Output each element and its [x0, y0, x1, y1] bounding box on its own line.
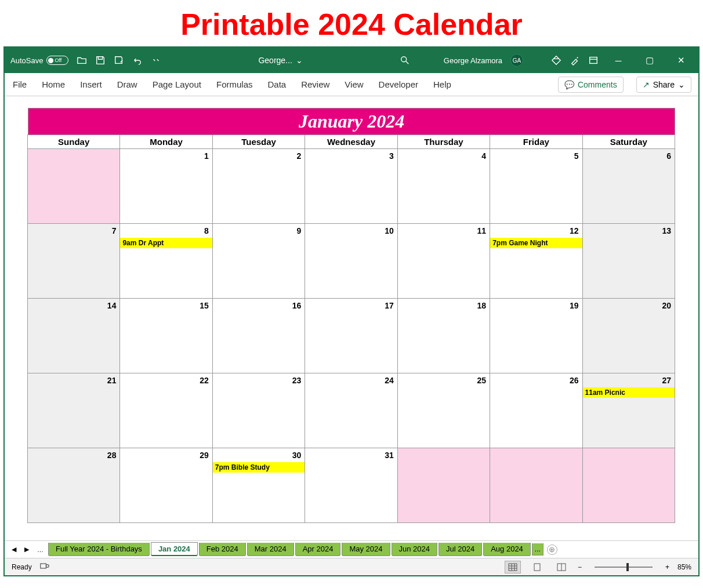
close-button[interactable]: ✕ [669, 55, 693, 66]
ribbon-tab-formulas[interactable]: Formulas [215, 76, 254, 93]
open-icon[interactable] [77, 55, 87, 66]
calendar-day[interactable] [490, 448, 582, 523]
calendar-day[interactable]: 26 [490, 373, 582, 448]
autosave-toggle[interactable]: AutoSave Off [10, 56, 68, 65]
calendar-day[interactable]: 307pm Bible Study [212, 448, 305, 523]
sheet-tab[interactable]: Full Year 2024 - Birthdays [48, 543, 150, 556]
calendar-event[interactable]: 7pm Bible Study [213, 462, 305, 473]
calendar-event[interactable]: 7pm Game Night [490, 238, 582, 248]
comments-button[interactable]: 💬 Comments [558, 77, 624, 93]
view-pagelayout[interactable] [529, 561, 545, 574]
sheet-tab[interactable]: Feb 2024 [199, 543, 246, 556]
ribbon-tab-developer[interactable]: Developer [378, 76, 419, 93]
calendar-day[interactable]: 31 [305, 448, 397, 523]
zoom-slider[interactable] [595, 567, 653, 568]
calendar-day[interactable]: 6 [582, 148, 675, 224]
calendar-event[interactable]: 11am Picnic [583, 387, 675, 398]
calendar-day[interactable] [397, 448, 490, 523]
ribbon-tab-draw[interactable]: Draw [116, 76, 139, 93]
calendar-day[interactable]: 17 [305, 298, 397, 373]
ribbon-tab-help[interactable]: Help [432, 76, 452, 93]
comments-label: Comments [578, 80, 617, 89]
calendar-day[interactable]: 18 [397, 298, 490, 373]
calendar-day[interactable]: 16 [212, 298, 305, 373]
add-sheet-button[interactable]: ⊕ [547, 545, 557, 555]
window-mode-icon[interactable] [588, 55, 599, 66]
tab-nav-ellipsis[interactable]: … [34, 546, 47, 553]
autosave-state: Off [55, 57, 61, 63]
day-number: 17 [385, 301, 394, 310]
calendar-day[interactable]: 10 [305, 223, 397, 299]
calendar-day[interactable]: 28 [27, 448, 120, 523]
calendar-day[interactable]: 23 [212, 373, 305, 448]
tab-nav-prev[interactable]: ◀ [8, 546, 20, 553]
tab-overflow[interactable]: ... [532, 543, 543, 556]
ribbon-tab-review[interactable]: Review [300, 76, 331, 93]
ribbon-tab-file[interactable]: File [12, 76, 28, 93]
more-qat-icon[interactable] [151, 55, 161, 66]
calendar-day[interactable]: 15 [119, 298, 212, 373]
ribbon-tab-pagelayout[interactable]: Page Layout [151, 76, 202, 93]
zoom-out[interactable]: − [578, 563, 582, 571]
ribbon-tab-data[interactable]: Data [266, 76, 287, 93]
view-pagebreak[interactable] [553, 561, 570, 574]
ribbon-tab-home[interactable]: Home [41, 76, 66, 93]
calendar-day[interactable]: 19 [490, 298, 582, 373]
save-edit-icon[interactable] [114, 55, 124, 66]
search-icon[interactable] [400, 55, 410, 66]
user-avatar[interactable]: GA [510, 54, 523, 67]
zoom-in[interactable]: + [665, 563, 669, 571]
ribbon-tab-insert[interactable]: Insert [79, 76, 103, 93]
calendar-day[interactable]: 89am Dr Appt [119, 223, 212, 299]
share-button[interactable]: ↗ Share ⌄ [636, 77, 691, 93]
calendar-day[interactable]: 127pm Game Night [490, 223, 582, 299]
view-normal[interactable] [505, 561, 521, 574]
calendar-day[interactable]: 9 [212, 223, 305, 299]
sheet-tab[interactable]: Jan 2024 [151, 542, 198, 556]
calendar-day[interactable]: 14 [27, 298, 120, 373]
calendar-day[interactable]: 13 [582, 223, 675, 299]
sheet-tab[interactable]: Aug 2024 [483, 543, 531, 556]
macro-record-icon[interactable] [40, 562, 49, 572]
calendar-day[interactable]: 2711am Picnic [582, 373, 675, 448]
calendar-day[interactable]: 2 [212, 148, 305, 224]
day-number: 24 [385, 376, 394, 385]
page-heading: Printable 2024 Calendar [0, 0, 703, 46]
calendar-day[interactable]: 25 [397, 373, 490, 448]
diamond-icon[interactable] [551, 55, 561, 66]
sheet-tab[interactable]: Jul 2024 [439, 543, 482, 556]
sheet-tab[interactable]: May 2024 [342, 543, 390, 556]
ribbon-tab-view[interactable]: View [343, 76, 364, 93]
maximize-button[interactable]: ▢ [638, 55, 661, 66]
calendar-day[interactable]: 7 [27, 223, 120, 299]
sheet-tab[interactable]: Apr 2024 [295, 543, 341, 556]
day-number: 16 [292, 301, 302, 310]
calendar-day[interactable]: 21 [27, 373, 120, 448]
calendar-day[interactable]: 24 [305, 373, 397, 448]
calendar-event[interactable]: 9am Dr Appt [120, 238, 212, 248]
day-number: 22 [200, 376, 209, 385]
document-name[interactable]: George... ⌄ [258, 56, 302, 65]
tab-nav-next[interactable]: ▶ [21, 546, 32, 553]
minimize-button[interactable]: ─ [607, 56, 630, 66]
calendar-day[interactable] [27, 148, 120, 224]
sheet-tab[interactable]: Jun 2024 [392, 543, 438, 556]
zoom-level[interactable]: 85% [677, 563, 691, 571]
calendar-day[interactable] [582, 448, 675, 523]
undo-icon[interactable] [132, 55, 143, 66]
calendar-day[interactable]: 22 [119, 373, 212, 448]
save-icon[interactable] [95, 55, 106, 66]
brush-icon[interactable] [570, 55, 580, 66]
sheet-tab[interactable]: Mar 2024 [247, 543, 294, 556]
calendar-day[interactable]: 4 [397, 148, 490, 224]
day-header: Friday [490, 135, 582, 149]
calendar-day[interactable]: 3 [305, 148, 397, 224]
calendar-day[interactable]: 11 [397, 223, 490, 299]
calendar-grid: 123456789am Dr Appt91011127pm Game Night… [28, 149, 675, 523]
day-header: Monday [119, 135, 212, 149]
calendar-day[interactable]: 20 [582, 298, 675, 373]
calendar-day[interactable]: 5 [490, 148, 582, 224]
calendar-day[interactable]: 29 [119, 448, 212, 523]
calendar-day[interactable]: 1 [119, 148, 212, 224]
worksheet[interactable]: January 2024 SundayMondayTuesdayWednesda… [5, 96, 698, 540]
